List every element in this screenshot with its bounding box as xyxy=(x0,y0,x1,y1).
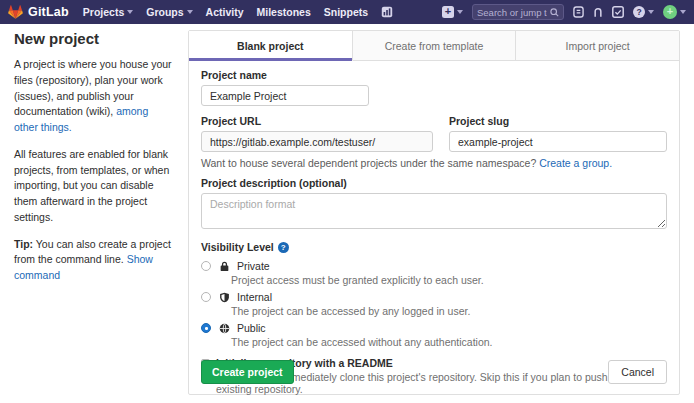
public-radio[interactable] xyxy=(201,323,211,333)
globe-icon xyxy=(218,323,230,334)
help-dropdown[interactable]: ? xyxy=(633,6,654,18)
chevron-down-icon xyxy=(127,10,133,14)
namespace-hint: Want to house several dependent projects… xyxy=(201,157,667,169)
description-block: Project description (optional) xyxy=(201,177,667,233)
tab-blank-project[interactable]: Blank project xyxy=(189,31,353,61)
blank-project-form: Project name Project URL Project slug Wa… xyxy=(189,61,679,395)
help-icon: ? xyxy=(633,6,645,18)
project-slug-input[interactable] xyxy=(449,131,667,152)
nav-item-groups[interactable]: Groups xyxy=(146,6,192,18)
nav-item-snippets[interactable]: Snippets xyxy=(324,6,368,18)
internal-radio[interactable] xyxy=(201,292,211,302)
sidebar-paragraph-2: All features are enabled for blank proje… xyxy=(14,147,174,226)
nav-item-milestones[interactable]: Milestones xyxy=(257,6,311,18)
chevron-down-icon xyxy=(187,10,193,14)
visibility-option-internal: Internal The project can be accessed by … xyxy=(201,291,667,317)
plus-square-icon: + xyxy=(442,6,454,18)
page-title: New project xyxy=(14,30,174,47)
gitlab-logo[interactable]: GitLab xyxy=(8,5,69,19)
internal-option-label[interactable]: Internal xyxy=(237,291,272,303)
project-url-input[interactable] xyxy=(201,131,433,152)
nav-menu: Projects Groups Activity Milestones Snip… xyxy=(83,6,393,18)
lock-icon xyxy=(218,261,230,272)
issues-icon[interactable] xyxy=(573,6,584,18)
project-name-input[interactable] xyxy=(201,85,369,106)
visibility-level-label: Visibility Level ? xyxy=(201,241,667,253)
create-a-group-link[interactable]: Create a group. xyxy=(539,157,612,169)
url-slug-row: Project URL Project slug xyxy=(201,115,667,152)
private-option-label[interactable]: Private xyxy=(237,260,270,272)
tip-label: Tip: xyxy=(14,238,33,250)
new-project-panel: Blank project Create from template Impor… xyxy=(188,30,680,395)
visibility-option-public: Public The project can be accessed witho… xyxy=(201,322,667,348)
private-radio[interactable] xyxy=(201,261,211,271)
sidebar-tip: Tip: You can also create a project from … xyxy=(14,237,174,284)
project-description-textarea[interactable] xyxy=(201,193,667,229)
todos-icon[interactable] xyxy=(612,6,624,18)
sidebar: New project A project is where you house… xyxy=(14,30,174,295)
avatar: + xyxy=(663,5,677,19)
private-option-desc: Project access must be granted explicitl… xyxy=(231,274,667,286)
project-slug-label: Project slug xyxy=(449,115,667,127)
public-option-desc: The project can be accessed without any … xyxy=(231,336,667,348)
nav-item-projects[interactable]: Projects xyxy=(83,6,133,18)
global-search[interactable] xyxy=(472,4,564,20)
sidebar-paragraph-1: A project is where you house your files … xyxy=(14,57,174,136)
user-menu[interactable]: + xyxy=(663,5,686,19)
search-input[interactable] xyxy=(477,7,547,18)
visibility-help-icon[interactable]: ? xyxy=(278,242,289,253)
create-project-button[interactable]: Create project xyxy=(201,360,294,384)
search-icon xyxy=(550,8,559,17)
shield-icon xyxy=(218,292,230,303)
chart-icon[interactable] xyxy=(381,6,393,18)
project-tabs: Blank project Create from template Impor… xyxy=(189,31,679,61)
new-dropdown[interactable]: + xyxy=(442,6,463,18)
internal-option-desc: The project can be accessed by any logge… xyxy=(231,305,667,317)
project-name-label: Project name xyxy=(201,69,667,81)
tanuki-icon xyxy=(8,5,23,19)
project-url-label: Project URL xyxy=(201,115,433,127)
chevron-down-icon xyxy=(648,10,654,14)
form-footer: Create project Cancel xyxy=(201,360,667,384)
cancel-button[interactable]: Cancel xyxy=(608,360,667,384)
tab-create-from-template[interactable]: Create from template xyxy=(353,31,517,61)
tab-import-project[interactable]: Import project xyxy=(516,31,679,61)
merge-request-icon[interactable] xyxy=(593,6,603,18)
project-description-label: Project description (optional) xyxy=(201,177,667,189)
visibility-option-private: Private Project access must be granted e… xyxy=(201,260,667,286)
nav-item-activity[interactable]: Activity xyxy=(206,6,244,18)
top-navbar: GitLab Projects Groups Activity Mileston… xyxy=(0,0,694,24)
chevron-down-icon xyxy=(457,10,463,14)
new-project-page: GitLab Projects Groups Activity Mileston… xyxy=(0,0,694,403)
gitlab-logo-text: GitLab xyxy=(28,5,69,19)
chevron-down-icon xyxy=(680,10,686,14)
nav-right-controls: + xyxy=(442,4,686,20)
public-option-label[interactable]: Public xyxy=(237,322,266,334)
